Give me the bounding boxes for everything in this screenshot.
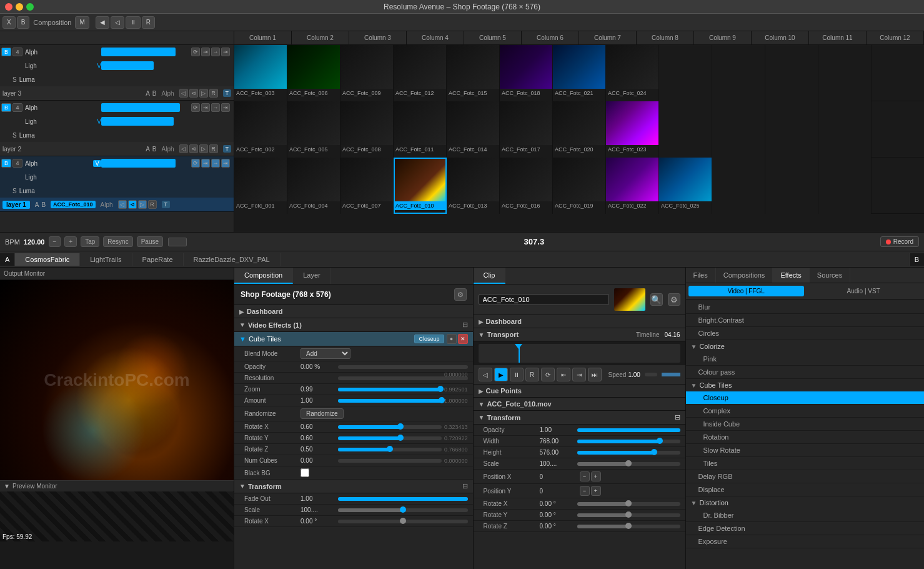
l2-last[interactable]: ⇥: [221, 103, 230, 112]
close-button[interactable]: [5, 3, 12, 11]
l3-play[interactable]: ▷: [199, 89, 208, 98]
clip-opacity-slider[interactable]: [577, 428, 680, 432]
opacity-slider[interactable]: [338, 365, 468, 369]
l2-play[interactable]: ▷: [199, 144, 208, 153]
clip-name-input[interactable]: [479, 294, 609, 305]
effect-dr-bibber[interactable]: Dr. Bibber: [686, 509, 925, 522]
comp-gear-btn[interactable]: ⚙: [454, 288, 467, 301]
rotate-y-handle[interactable]: [397, 435, 404, 441]
layer-3-b-btn[interactable]: B: [1, 48, 11, 56]
effect-rotation[interactable]: Rotation: [686, 431, 925, 444]
l2-fwd[interactable]: ⇥: [201, 103, 210, 112]
maximize-button[interactable]: [26, 3, 34, 11]
black-bg-checkbox[interactable]: [301, 468, 309, 477]
clip-rot-z-handle[interactable]: [625, 523, 632, 529]
deck-tab-paperrate[interactable]: PapeRate: [132, 253, 184, 266]
bpm-minus[interactable]: −: [49, 236, 61, 247]
l2-rew[interactable]: ⊲: [189, 144, 198, 153]
deck-tab-cosmosfabric[interactable]: CosmosFabric: [15, 253, 80, 266]
layer-1-active-clip[interactable]: ACC_Fotc_010: [51, 201, 96, 208]
transform-section[interactable]: ▼ Transform ⊟: [234, 480, 473, 493]
clip-rot-y-slider[interactable]: [577, 513, 680, 517]
l1-last[interactable]: ⇥: [221, 159, 230, 168]
clip-cell-1-2[interactable]: ACC_Fotc_006: [287, 45, 340, 101]
back-btn[interactable]: ◁: [111, 16, 124, 29]
sub-tab-video[interactable]: Video | FFGL: [688, 286, 805, 296]
clip-cell-2-5[interactable]: ACC_Fotc_014: [447, 101, 500, 158]
tab-layer[interactable]: Layer: [293, 268, 331, 284]
rotate-x-handle[interactable]: [397, 423, 404, 430]
preview-monitor-label[interactable]: ▼ Preview Monitor: [0, 481, 234, 491]
effect-complex[interactable]: Complex: [686, 405, 925, 418]
clip-scale-handle[interactable]: [625, 460, 632, 466]
video-effects-section[interactable]: ▼ Video Effects (1) ⊟: [234, 318, 473, 332]
clip-gear-btn[interactable]: ⚙: [668, 293, 680, 306]
pos-x-minus[interactable]: −: [580, 471, 590, 481]
trans-rec[interactable]: R: [525, 368, 539, 381]
clip-cell-2-11[interactable]: [765, 101, 818, 158]
clip-cell-1-3[interactable]: ACC_Fotc_009: [340, 45, 394, 101]
rotate-z-handle[interactable]: [387, 446, 393, 452]
transport-section-header[interactable]: ▼ Transport Timeline 04.16: [474, 328, 685, 341]
layer-2-4-btn[interactable]: 4: [12, 103, 22, 112]
clip-cell-3-5[interactable]: ACC_Fotc_013: [447, 158, 500, 214]
layer-2-t-btn[interactable]: T: [223, 145, 232, 153]
colorize-header[interactable]: ▼ Colorize: [686, 340, 925, 353]
deck-tab-razzledazzle[interactable]: RazzleDazzle_DXV_PAL: [184, 253, 281, 266]
scale-slider[interactable]: [338, 508, 468, 512]
clip-cell-1-7[interactable]: ACC_Fotc_021: [553, 45, 606, 101]
clip-cell-3-4[interactable]: ACC_Fotc_010: [394, 158, 447, 214]
tab-files[interactable]: Files: [686, 268, 716, 283]
comp-rotate-x-handle[interactable]: [400, 518, 406, 524]
l2-loop[interactable]: ⟳: [191, 103, 200, 112]
resolution-slider[interactable]: 0.000000: [338, 376, 468, 380]
clip-cell-1-12[interactable]: [818, 45, 872, 101]
l2-rec[interactable]: R: [209, 144, 218, 153]
tab-composition[interactable]: Composition: [234, 268, 293, 284]
col-header-10[interactable]: Column 10: [752, 31, 809, 44]
cube-tiles-header[interactable]: ▼ Cube Tiles: [686, 379, 925, 391]
pos-x-plus[interactable]: +: [591, 471, 601, 481]
trans-skip[interactable]: ⏭: [588, 368, 602, 381]
tab-effects[interactable]: Effects: [773, 268, 809, 283]
randomize-btn[interactable]: Randomize: [301, 408, 344, 419]
clip-dashboard-section[interactable]: ▶ Dashboard: [474, 315, 685, 328]
clip-width-handle[interactable]: [657, 438, 663, 444]
effect-bright-contrast[interactable]: Bright.Contrast: [686, 314, 925, 327]
layer-1-b-btn[interactable]: B: [1, 159, 11, 168]
clip-cell-3-10[interactable]: [712, 158, 765, 214]
clip-width-slider[interactable]: [577, 440, 680, 443]
rec-btn[interactable]: R: [142, 16, 155, 29]
layer-1-t-btn[interactable]: T: [162, 201, 171, 208]
sub-tab-audio[interactable]: Audio | VST: [805, 286, 922, 296]
l3-rew[interactable]: ⊲: [189, 89, 198, 98]
deck-b[interactable]: B: [909, 253, 924, 266]
col-header-12[interactable]: Column 12: [867, 31, 924, 44]
trans-bwd[interactable]: ⇤: [557, 368, 570, 381]
pause-bpm-btn[interactable]: Pause: [137, 236, 163, 247]
clip-cell-1-4[interactable]: ACC_Fotc_012: [394, 45, 447, 101]
col-header-7[interactable]: Column 7: [579, 31, 637, 44]
effect-edge-detection[interactable]: Edge Detection: [686, 522, 925, 535]
minimize-button[interactable]: [16, 3, 23, 11]
bpm-plus[interactable]: +: [64, 236, 77, 247]
col-header-3[interactable]: Column 3: [349, 31, 407, 44]
fade-out-slider[interactable]: [338, 497, 468, 501]
l1-fwd[interactable]: ⇥: [201, 159, 210, 168]
tab-compositions[interactable]: Compositions: [716, 268, 773, 283]
l1-loop[interactable]: ⟳: [191, 159, 200, 168]
effect-pink[interactable]: Pink: [686, 353, 925, 366]
clip-cell-3-9[interactable]: ACC_Fotc_025: [659, 158, 712, 214]
preview-toggle[interactable]: ▼: [4, 483, 10, 490]
l3-rec[interactable]: R: [209, 89, 218, 98]
layer-2-b[interactable]: B: [152, 146, 157, 153]
distortion-header[interactable]: ▼ Distortion: [686, 496, 925, 509]
layer-2-alph-bar[interactable]: [101, 103, 189, 112]
col-header-2[interactable]: Column 2: [292, 31, 349, 44]
clip-cell-3-11[interactable]: [765, 158, 818, 214]
clip-rot-y-handle[interactable]: [625, 511, 632, 518]
clip-cell-1-10[interactable]: [712, 45, 765, 101]
tap-btn[interactable]: Tap: [81, 236, 99, 247]
num-cubes-slider[interactable]: [338, 459, 442, 463]
clip-cell-1-1[interactable]: ACC_Fotc_003: [234, 45, 287, 101]
